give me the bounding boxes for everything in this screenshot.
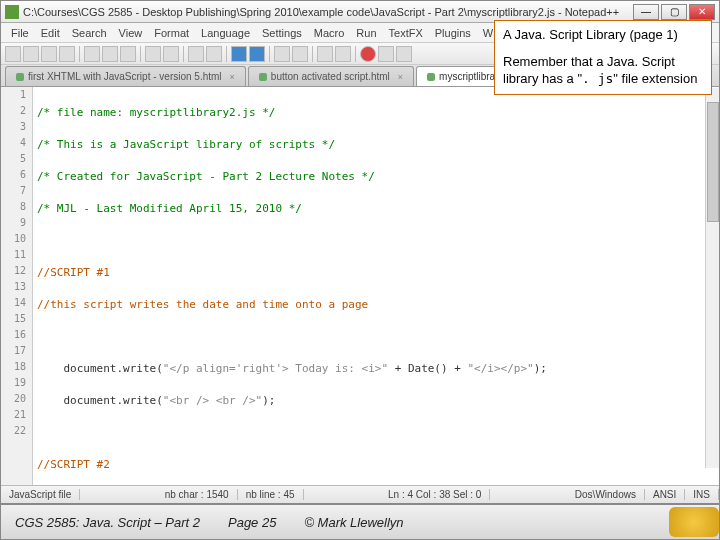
menu-format[interactable]: Format	[148, 27, 195, 39]
status-chars: nb char : 1540	[157, 489, 238, 500]
menu-view[interactable]: View	[113, 27, 149, 39]
line-number: 5	[1, 153, 32, 169]
line-number: 7	[1, 185, 32, 201]
line-number: 14	[1, 297, 32, 313]
outdent-icon[interactable]	[335, 46, 351, 62]
tab-label: button activated script.html	[271, 71, 390, 82]
line-number: 10	[1, 233, 32, 249]
status-encoding: ANSI	[645, 489, 685, 500]
open-icon[interactable]	[23, 46, 39, 62]
menu-language[interactable]: Language	[195, 27, 256, 39]
status-position: Ln : 4 Col : 38 Sel : 0	[380, 489, 490, 500]
line-number: 15	[1, 313, 32, 329]
line-number: 8	[1, 201, 32, 217]
line-number: 16	[1, 329, 32, 345]
separator	[140, 46, 141, 62]
menu-edit[interactable]: Edit	[35, 27, 66, 39]
separator	[226, 46, 227, 62]
file-icon	[16, 73, 24, 81]
line-number: 3	[1, 121, 32, 137]
new-icon[interactable]	[5, 46, 21, 62]
separator	[312, 46, 313, 62]
undo-icon[interactable]	[145, 46, 161, 62]
line-number: 6	[1, 169, 32, 185]
separator	[183, 46, 184, 62]
window-title: C:\Courses\CGS 2585 - Desktop Publishing…	[23, 6, 633, 18]
play-icon[interactable]	[378, 46, 394, 62]
save-icon[interactable]	[41, 46, 57, 62]
menu-settings[interactable]: Settings	[256, 27, 308, 39]
line-number: 2	[1, 105, 32, 121]
footer-copyright: © Mark Llewellyn	[290, 515, 417, 530]
line-number: 18	[1, 361, 32, 377]
file-icon	[259, 73, 267, 81]
statusbar: JavaScript file nb char : 1540 nb line :…	[1, 485, 719, 503]
footer-page: Page 25	[214, 515, 290, 530]
record-icon[interactable]	[360, 46, 376, 62]
status-insert: INS	[685, 489, 719, 500]
menu-textfx[interactable]: TextFX	[383, 27, 429, 39]
zoom-in-icon[interactable]	[231, 46, 247, 62]
line-gutter: 1 2 3 4 5 6 7 8 9 10 11 12 13 14 15 16 1…	[1, 87, 33, 485]
line-number: 1	[1, 89, 32, 105]
line-number: 9	[1, 217, 32, 233]
line-number: 4	[1, 137, 32, 153]
line-number: 12	[1, 265, 32, 281]
editor-area: 1 2 3 4 5 6 7 8 9 10 11 12 13 14 15 16 1…	[1, 87, 719, 485]
scrollbar-thumb[interactable]	[707, 102, 719, 222]
line-number: 13	[1, 281, 32, 297]
status-lines: nb line : 45	[238, 489, 304, 500]
status-eol: Dos\Windows	[567, 489, 645, 500]
menu-plugins[interactable]: Plugins	[429, 27, 477, 39]
tab-label: first XHTML with JavaScript - version 5.…	[28, 71, 222, 82]
stop-icon[interactable]	[396, 46, 412, 62]
indent-icon[interactable]	[317, 46, 333, 62]
ucf-logo	[669, 507, 719, 537]
redo-icon[interactable]	[163, 46, 179, 62]
line-number: 17	[1, 345, 32, 361]
menu-file[interactable]: File	[5, 27, 35, 39]
tab-file-2[interactable]: button activated script.html ×	[248, 66, 414, 86]
slide-footer: CGS 2585: Java. Script – Part 2 Page 25 …	[1, 503, 719, 539]
copy-icon[interactable]	[102, 46, 118, 62]
zoom-out-icon[interactable]	[249, 46, 265, 62]
callout-box: A Java. Script Library (page 1) Remember…	[494, 20, 712, 95]
saveall-icon[interactable]	[59, 46, 75, 62]
callout-body: Remember that a Java. Script library has…	[503, 54, 703, 88]
replace-icon[interactable]	[206, 46, 222, 62]
close-tab-icon[interactable]: ×	[398, 72, 403, 82]
showall-icon[interactable]	[292, 46, 308, 62]
menu-macro[interactable]: Macro	[308, 27, 351, 39]
app-icon	[5, 5, 19, 19]
close-button[interactable]: ✕	[689, 4, 715, 20]
find-icon[interactable]	[188, 46, 204, 62]
tab-file-1[interactable]: first XHTML with JavaScript - version 5.…	[5, 66, 246, 86]
separator	[355, 46, 356, 62]
status-filetype: JavaScript file	[1, 489, 80, 500]
line-number: 21	[1, 409, 32, 425]
minimize-button[interactable]: —	[633, 4, 659, 20]
line-number: 19	[1, 377, 32, 393]
file-icon	[427, 73, 435, 81]
wrap-icon[interactable]	[274, 46, 290, 62]
cut-icon[interactable]	[84, 46, 100, 62]
code-area[interactable]: /* file name: myscriptlibrary2.js */ /* …	[33, 87, 719, 485]
footer-course: CGS 2585: Java. Script – Part 2	[1, 515, 214, 530]
close-tab-icon[interactable]: ×	[230, 72, 235, 82]
menu-search[interactable]: Search	[66, 27, 113, 39]
callout-title: A Java. Script Library (page 1)	[503, 27, 703, 44]
separator	[79, 46, 80, 62]
line-number: 22	[1, 425, 32, 441]
menu-run[interactable]: Run	[350, 27, 382, 39]
line-number: 20	[1, 393, 32, 409]
line-number: 11	[1, 249, 32, 265]
vertical-scrollbar[interactable]	[705, 88, 719, 468]
maximize-button[interactable]: ▢	[661, 4, 687, 20]
paste-icon[interactable]	[120, 46, 136, 62]
separator	[269, 46, 270, 62]
